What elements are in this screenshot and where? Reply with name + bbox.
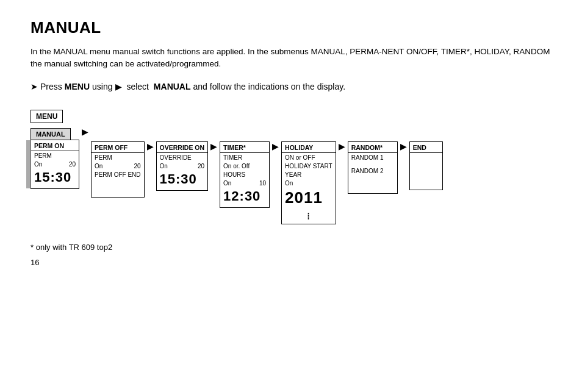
end-card: END [409, 141, 443, 190]
instruction-line: ➤ Press MENU using ▶ select MANUAL and f… [31, 82, 551, 91]
override-row1b: On 20 [157, 162, 208, 170]
timer-row2: HOURS [220, 170, 269, 179]
holiday-row3: YEAR [282, 170, 336, 179]
override-card: OVERRIDE ON OVERRIDE On 20 15:30 [156, 141, 209, 191]
perm-off-row1: PERM [92, 153, 144, 162]
instr-bold2: MANUAL [154, 82, 191, 91]
diagram: MENU MANUAL PERM ON PERM On 20 15:30 ▶ P… [31, 110, 551, 224]
instr-prefix: Press [40, 82, 62, 91]
intro-text: In the MANUAL menu manual switch functio… [31, 46, 551, 71]
col-perm-off: PERM OFF PERM On 20 PERM OFF END [91, 141, 145, 198]
instr-bold1: MENU [65, 82, 90, 91]
arrow-2: ▶ [145, 141, 156, 151]
arrow-1: ▶ [79, 127, 91, 137]
arrow-3: ▶ [208, 141, 220, 151]
col-holiday: HOLIDAY ON or OFF HOLIDAY START YEAR On … [281, 141, 336, 224]
holiday-row1: ON or OFF [282, 153, 336, 162]
timer-row1b: On or. Off [220, 162, 269, 170]
page-number: 16 [31, 258, 551, 267]
arrow-4: ▶ [270, 141, 281, 151]
random-card: RANDOM* RANDOM 1 RANDOM 2 [348, 141, 398, 194]
holiday-dots: ⁞ [282, 210, 336, 224]
instr-middle: using [92, 82, 112, 91]
col-end: END [409, 141, 443, 190]
random-row2: RANDOM 2 [348, 166, 397, 175]
col-timer: TIMER* TIMER On or. Off HOURS On 10 12:3… [220, 141, 270, 208]
perm-off-header: PERM OFF [92, 142, 144, 153]
holiday-row3b: On [282, 179, 336, 187]
perm-off-row1b: On 20 [92, 162, 144, 170]
random-row1: RANDOM 1 [348, 153, 397, 162]
instr-suffix: and follow the indications on the displa… [193, 82, 346, 91]
arrow-6: ▶ [398, 141, 409, 151]
override-header: OVERRIDE ON [157, 142, 208, 153]
holiday-row2: HOLIDAY START [282, 162, 336, 170]
holiday-header: HOLIDAY [282, 142, 336, 153]
perm-off-row2: PERM OFF END [92, 170, 144, 179]
col-random: RANDOM* RANDOM 1 RANDOM 2 [348, 141, 398, 194]
end-header: END [410, 142, 442, 153]
perm-on-time: 15:30 [31, 168, 79, 188]
arrow-bullet: ➤ [31, 82, 38, 91]
timer-row1: TIMER [220, 153, 269, 162]
override-time: 15:30 [157, 170, 208, 190]
timer-time: 12:30 [220, 187, 269, 207]
footnote: * only with TR 609 top2 [31, 243, 551, 252]
instr-arrow: ▶ [115, 82, 122, 91]
perm-on-card: PERM ON PERM On 20 15:30 [31, 140, 79, 189]
col-menu: MENU MANUAL PERM ON PERM On 20 15:30 [31, 110, 79, 189]
arrow-5: ▶ [336, 141, 348, 151]
perm-on-row1b: On 20 [31, 160, 79, 168]
timer-header: TIMER* [220, 142, 269, 153]
perm-off-card: PERM OFF PERM On 20 PERM OFF END [91, 141, 145, 198]
timer-card: TIMER* TIMER On or. Off HOURS On 10 12:3… [220, 141, 270, 208]
random-header: RANDOM* [348, 142, 397, 153]
col-override: OVERRIDE ON OVERRIDE On 20 15:30 [156, 141, 209, 191]
timer-row2b: On 10 [220, 179, 269, 187]
override-row1: OVERRIDE [157, 153, 208, 162]
perm-on-header: PERM ON [31, 140, 79, 151]
page-title: MANUAL [31, 18, 551, 37]
menu-button: MENU [31, 110, 63, 123]
perm-on-row1: PERM [31, 151, 79, 160]
holiday-time: 2011 [282, 187, 336, 210]
manual-label: MANUAL [31, 128, 71, 140]
holiday-card: HOLIDAY ON or OFF HOLIDAY START YEAR On … [281, 141, 336, 224]
